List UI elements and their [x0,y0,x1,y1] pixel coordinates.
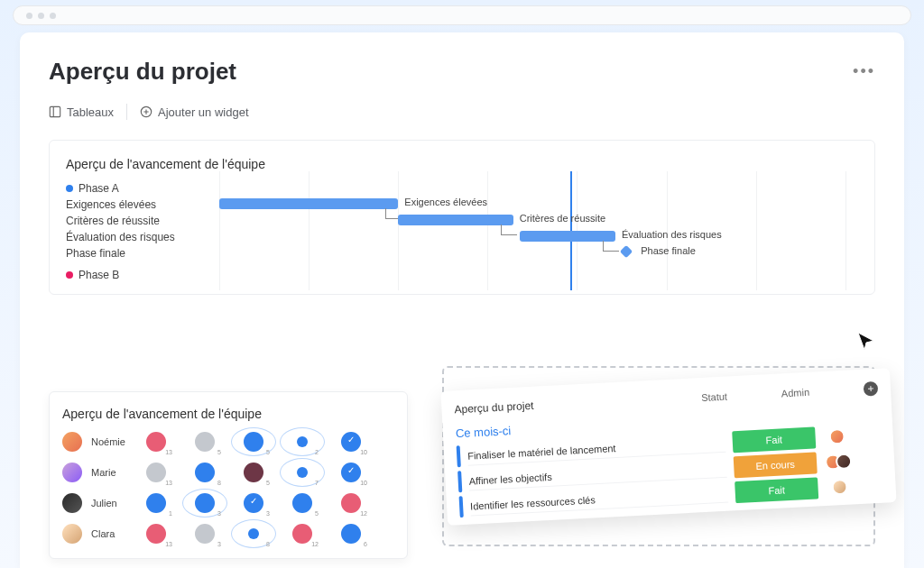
gantt-title: Aperçu de l'avancement de l'équipe [66,157,858,171]
column-status-header: Statut [701,391,727,403]
gantt-bar-label: Exigences élevées [404,197,487,207]
status-bubble-icon [146,524,166,544]
status-bubble-icon [244,432,263,452]
cell-number: 10 [360,449,367,455]
member-name: Clara [91,528,127,539]
status-bubble-icon [195,493,215,513]
project-status-card[interactable]: Aperçu du projet Statut Admin + Ce mois-… [440,368,896,526]
cell-number: 8 [266,541,270,547]
team-card-title: Aperçu de l'avancement de l'équipe [62,407,394,421]
phase-a-header: Phase A [66,180,210,197]
status-bubble-icon [146,493,166,513]
gantt-chart-area[interactable]: Exigences élevées Critères de réussite É… [219,180,858,290]
page-header: Aperçu du projet ••• [49,58,875,86]
avatar[interactable] [62,463,82,482]
svg-rect-0 [50,106,60,116]
progress-cell[interactable]: 10 [331,430,371,453]
avatar [828,428,845,445]
gantt-bar[interactable] [520,231,615,242]
avatar[interactable] [62,493,82,513]
member-name: Julien [91,498,127,508]
status-bubble-icon [146,432,166,452]
progress-cell[interactable]: 13 [136,461,176,484]
gantt-card: Aperçu de l'avancement de l'équipe Phase… [49,140,875,295]
progress-cell[interactable]: 5 [185,430,225,453]
progress-cell[interactable]: 7 [282,461,322,484]
status-bubble-icon [195,432,215,452]
progress-cell[interactable]: 3 [234,491,273,515]
progress-cell[interactable]: 13 [136,430,176,453]
gantt-bar[interactable] [398,215,513,225]
progress-cell[interactable]: 1 [136,491,176,515]
progress-cell[interactable]: 5 [234,430,273,453]
boards-button[interactable]: Tableaux [49,105,114,119]
cell-number: 6 [364,541,367,547]
cell-number: 13 [165,449,172,455]
gantt-row-label: Critères de réussite [66,213,210,229]
window-dot [26,13,32,19]
progress-cell[interactable]: 13 [136,522,176,545]
team-row: Marie1385710 [62,461,394,484]
cell-number: 5 [266,480,270,486]
progress-cell[interactable]: 2 [282,430,322,453]
status-bubble-icon [292,524,312,544]
cell-number: 5 [217,449,221,455]
task-indicator [457,445,461,467]
status-bubble-icon [195,524,215,544]
status-bubble-icon [244,493,263,513]
status-badge[interactable]: Fait [732,426,816,453]
cell-number: 3 [266,510,270,517]
progress-cell[interactable]: 8 [234,522,273,545]
cell-number: 12 [360,510,367,517]
cell-number: 3 [217,510,221,517]
cell-number: 13 [165,480,172,486]
add-widget-label: Ajouter un widget [158,105,248,119]
progress-cell[interactable]: 8 [185,461,225,484]
add-widget-button[interactable]: Ajouter un widget [140,105,248,119]
progress-cell[interactable]: 12 [282,522,322,545]
progress-cell[interactable]: 5 [282,491,322,515]
admin-cell[interactable] [818,478,867,497]
gantt-bar-label: Phase finale [641,245,696,256]
status-bubble-icon [341,524,361,544]
column-admin-header: Admin [781,387,810,399]
cursor-icon [855,330,877,352]
progress-cell[interactable]: 3 [185,491,225,515]
boards-icon [49,105,61,118]
gantt-row-label: Phase finale [66,245,210,261]
gantt-row-label: Évaluation des risques [66,229,210,245]
cell-number: 1 [169,510,172,517]
admin-cell[interactable] [817,453,866,472]
phase-a-dot-icon [66,185,73,192]
status-bubble-icon [297,467,308,478]
cell-number: 10 [360,480,367,486]
status-badge[interactable]: Fait [735,477,818,503]
cell-number: 5 [315,510,319,517]
progress-cell[interactable]: 10 [331,461,371,484]
window-dot [38,13,44,19]
progress-cell[interactable]: 12 [331,491,371,515]
toolbar-divider [126,104,127,120]
status-bubble-icon [244,463,263,482]
plus-circle-icon [140,105,152,118]
gantt-bar[interactable] [219,198,398,209]
team-row: Noémie1355210 [62,430,394,453]
task-indicator [459,496,464,518]
cell-number: 8 [217,480,221,486]
more-menu-icon[interactable]: ••• [853,62,875,81]
status-bubble-icon [146,463,166,482]
avatar[interactable] [62,524,82,544]
avatar[interactable] [62,432,82,452]
status-badge[interactable]: En cours [734,452,818,478]
task-indicator [457,471,462,492]
gantt-row-label: Exigences élevées [66,197,210,213]
progress-cell[interactable]: 5 [234,461,273,484]
team-row: Julien133512 [62,491,394,515]
progress-cell[interactable]: 6 [331,522,371,545]
admin-cell[interactable] [815,427,864,446]
progress-cell[interactable]: 3 [185,522,225,545]
cell-number: 2 [315,449,319,455]
boards-label: Tableaux [67,105,114,119]
status-bubble-icon [292,493,312,513]
add-column-button[interactable]: + [864,381,879,397]
